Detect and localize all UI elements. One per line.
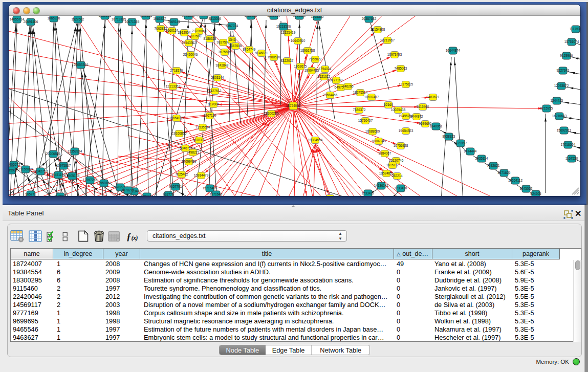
svg-text:1065328: 1065328 [245, 16, 257, 17]
svg-text:19904435: 19904435 [304, 69, 319, 72]
svg-text:15716485: 15716485 [203, 186, 217, 190]
svg-text:12359934: 12359934 [68, 149, 82, 153]
svg-text:1733427: 1733427 [362, 191, 375, 195]
svg-text:9129966: 9129966 [560, 54, 573, 57]
svg-text:1733426: 1733426 [395, 186, 407, 190]
svg-text:9777169: 9777169 [330, 78, 343, 82]
svg-text:1117530: 1117530 [570, 27, 580, 31]
svg-text:7632621: 7632621 [487, 164, 500, 167]
svg-text:1621022: 1621022 [318, 75, 331, 78]
svg-text:19218506: 19218506 [276, 25, 291, 28]
svg-text:10025438: 10025438 [391, 108, 406, 112]
svg-text:10975867: 10975867 [56, 164, 71, 167]
svg-text:10671355: 10671355 [125, 20, 140, 24]
svg-text:9115460: 9115460 [417, 105, 429, 108]
svg-text:2718176: 2718176 [170, 69, 183, 72]
svg-text:10607487: 10607487 [364, 95, 379, 99]
svg-text:15720407: 15720407 [358, 119, 373, 122]
svg-text:16543362: 16543362 [182, 41, 197, 45]
svg-text:21156869: 21156869 [18, 167, 33, 171]
svg-text:3675685: 3675685 [219, 50, 231, 54]
svg-text:8471626: 8471626 [498, 171, 511, 174]
svg-text:2069141: 2069141 [168, 20, 181, 24]
svg-text:1405571: 1405571 [182, 16, 195, 17]
svg-text:18724007: 18724007 [286, 104, 301, 107]
svg-text:16154808: 16154808 [371, 28, 385, 31]
svg-text:15751074: 15751074 [564, 40, 579, 43]
svg-text:8813054: 8813054 [268, 16, 280, 17]
svg-text:14136141: 14136141 [374, 184, 389, 187]
svg-text:7955822: 7955822 [309, 57, 322, 61]
svg-text:14055714: 14055714 [10, 17, 25, 21]
svg-text:8444972: 8444972 [410, 115, 423, 118]
svg-text:12375115: 12375115 [399, 82, 413, 86]
svg-text:6466103: 6466103 [99, 16, 112, 17]
svg-text:12213363: 12213363 [166, 84, 181, 88]
svg-text:10654112: 10654112 [508, 179, 522, 182]
svg-text:8660124: 8660124 [166, 29, 179, 32]
svg-text:13325419: 13325419 [281, 31, 296, 34]
svg-text:15692971: 15692971 [557, 128, 572, 132]
svg-text:7386372: 7386372 [353, 108, 366, 112]
svg-text:9474444: 9474444 [464, 149, 477, 153]
svg-text:23564456: 23564456 [323, 93, 338, 97]
svg-text:9245052: 9245052 [520, 187, 533, 190]
svg-text:18807249: 18807249 [372, 139, 386, 143]
svg-text:12213967: 12213967 [380, 38, 395, 42]
svg-text:1640951: 1640951 [430, 124, 443, 128]
svg-text:917004: 917004 [208, 102, 219, 106]
svg-text:18300295: 18300295 [264, 112, 279, 115]
svg-text:2803144: 2803144 [211, 76, 224, 79]
svg-text:1571648: 1571648 [210, 192, 223, 196]
svg-text:19166825: 19166825 [172, 132, 187, 135]
svg-text:9146821: 9146821 [255, 51, 268, 55]
svg-text:23226058: 23226058 [192, 29, 207, 33]
svg-text:19384554: 19384554 [308, 138, 323, 142]
svg-text:10756928: 10756928 [394, 144, 408, 147]
svg-text:20387682: 20387682 [362, 17, 377, 20]
svg-text:2367608: 2367608 [229, 44, 242, 48]
svg-text:9327508: 9327508 [189, 34, 202, 38]
svg-text:1282344: 1282344 [141, 194, 154, 196]
svg-text:20206506: 20206506 [46, 152, 61, 156]
svg-text:8813054: 8813054 [209, 17, 222, 20]
svg-text:1962615: 1962615 [294, 64, 307, 68]
svg-text:1065327: 1065327 [154, 17, 166, 20]
svg-text:16914479: 16914479 [194, 173, 209, 177]
svg-text:965779: 965779 [163, 193, 174, 196]
svg-text:8186328: 8186328 [204, 37, 216, 40]
svg-text:1065330: 1065330 [311, 16, 324, 18]
svg-text:1546: 1546 [228, 38, 236, 41]
svg-text:1405572: 1405572 [9, 163, 20, 166]
svg-text:9427512: 9427512 [209, 89, 222, 93]
svg-text:16640910: 16640910 [291, 39, 306, 42]
svg-text:8215955: 8215955 [540, 106, 553, 110]
svg-text:924505: 924505 [530, 192, 541, 195]
svg-text:19654935: 19654935 [169, 116, 184, 120]
svg-text:1167530: 1167530 [565, 157, 578, 160]
svg-text:13958107: 13958107 [97, 181, 112, 185]
svg-text:3915901: 3915901 [9, 168, 18, 172]
svg-text:1527602: 1527602 [72, 17, 84, 21]
svg-text:14099489: 14099489 [182, 160, 197, 163]
svg-text:9657791: 9657791 [169, 185, 182, 188]
svg-text:16961758: 16961758 [300, 49, 315, 52]
svg-text:746266: 746266 [342, 84, 354, 88]
svg-text:1195811: 1195811 [54, 194, 67, 196]
svg-text:11451191: 11451191 [51, 173, 66, 177]
svg-text:9884067: 9884067 [379, 151, 391, 155]
svg-text:1244415: 1244415 [551, 99, 563, 102]
svg-text:9463627: 9463627 [427, 95, 440, 99]
svg-text:10719135: 10719135 [112, 17, 126, 21]
svg-text:17957255: 17957255 [83, 178, 98, 182]
svg-text:7357224: 7357224 [226, 24, 238, 28]
svg-text:12093872: 12093872 [554, 84, 569, 87]
svg-text:7625402: 7625402 [176, 172, 188, 176]
svg-text:6794024: 6794024 [319, 67, 332, 71]
svg-text:1678275: 1678275 [122, 188, 135, 192]
svg-text:10644874: 10644874 [446, 49, 461, 52]
svg-text:252214: 252214 [391, 174, 403, 178]
svg-text:1615112: 1615112 [386, 163, 399, 167]
svg-text:17016504: 17016504 [561, 143, 576, 146]
svg-text:8878332: 8878332 [193, 138, 206, 142]
